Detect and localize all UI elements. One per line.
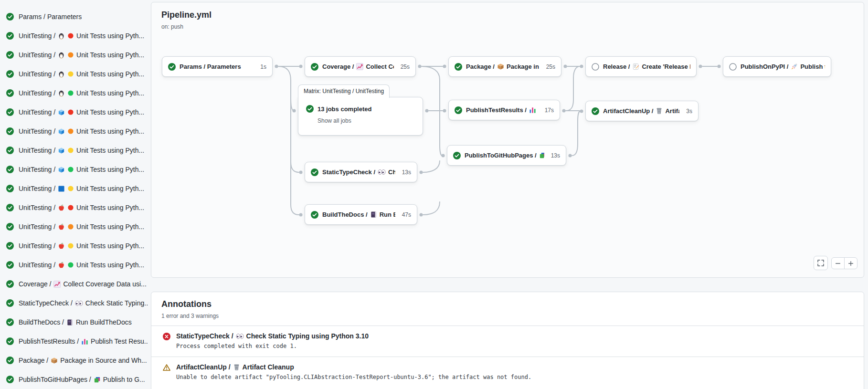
annotation-body: StaticTypeCheck /Check Static Typing usi… xyxy=(176,332,369,349)
label-text: Unit Tests using Pyth... xyxy=(76,127,144,135)
annotation-message: Process completed with exit code 1. xyxy=(176,343,369,349)
label-text: Collect Cove... xyxy=(366,63,393,70)
sidebar-job-label: UnitTesting /Unit Tests using Pyth... xyxy=(19,89,144,97)
blue-cube-icon xyxy=(58,128,65,135)
label-text: StaticTypeCheck / xyxy=(176,332,233,340)
check-circle-icon xyxy=(6,32,14,40)
graph-node-publish-to-github-pages[interactable]: PublishToGitHubPages /...13s xyxy=(447,145,566,166)
check-circle-icon xyxy=(6,147,14,154)
zoom-in-button[interactable] xyxy=(844,257,857,269)
check-circle-icon xyxy=(592,107,599,115)
bar-chart-icon xyxy=(529,106,536,114)
check-circle-icon xyxy=(311,168,318,176)
sidebar-job-label: UnitTesting /Unit Tests using Pyth... xyxy=(19,108,144,116)
annotation-job-link[interactable]: ArtifactCleanUp /Artifact Cleanup xyxy=(176,363,531,371)
graph-node-coverage[interactable]: Coverage /Collect Cove...25s xyxy=(305,56,416,77)
label-text: Unit Tests using Pyth... xyxy=(76,223,144,231)
sidebar-job-item[interactable]: StaticTypeCheck /Check Static Typing... xyxy=(0,294,149,313)
sidebar-job-item[interactable]: UnitTesting /Unit Tests using Pyth... xyxy=(0,141,149,160)
label-text: PublishOnPyPI / xyxy=(741,63,788,70)
label-text: Package in So... xyxy=(507,63,540,70)
sidebar-job-item[interactable]: UnitTesting /Unit Tests using Pyth... xyxy=(0,26,149,45)
red-dot-icon xyxy=(67,32,74,39)
sidebar-job-item[interactable]: UnitTesting /Unit Tests using Pyth... xyxy=(0,122,149,141)
green-dot-icon xyxy=(67,90,74,96)
sidebar-job-item[interactable]: Package /Package in Source and Wh... xyxy=(0,351,149,370)
sidebar-job-label: UnitTesting /Unit Tests using Pyth... xyxy=(19,166,144,173)
skipped-circle-icon xyxy=(729,63,737,71)
sidebar-job-label: UnitTesting /Unit Tests using Pyth... xyxy=(19,185,144,192)
graph-node-package[interactable]: Package /Package in So...25s xyxy=(448,56,561,77)
annotation-row: StaticTypeCheck /Check Static Typing usi… xyxy=(151,326,864,357)
graph-node-publish-on-pypi[interactable]: PublishOnPyPI /Publish to ... xyxy=(723,56,831,77)
graph-node-build-the-docs[interactable]: BuildTheDocs /Run Buil...47s xyxy=(305,204,417,225)
check-circle-icon xyxy=(6,376,14,383)
node-duration: 1s xyxy=(257,63,266,70)
check-circle-icon xyxy=(311,63,318,71)
sidebar-job-item[interactable]: UnitTesting /Unit Tests using Pyth... xyxy=(0,255,149,274)
sidebar-job-item[interactable]: UnitTesting /Unit Tests using Pyth... xyxy=(0,45,149,64)
check-circle-icon xyxy=(6,51,14,59)
sidebar-job-item[interactable]: PublishToGitHubPages /Publish to G... xyxy=(0,370,149,389)
sidebar-job-item[interactable]: UnitTesting /Unit Tests using Pyth... xyxy=(0,236,149,255)
sidebar-job-item[interactable]: UnitTesting /Unit Tests using Pyth... xyxy=(0,64,149,84)
label-text: Unit Tests using Pyth... xyxy=(76,32,144,40)
check-circle-icon xyxy=(311,211,318,219)
annotation-job-link[interactable]: StaticTypeCheck /Check Static Typing usi… xyxy=(176,332,369,340)
node-duration: 13s xyxy=(548,152,560,159)
sidebar-job-item[interactable]: UnitTesting /Unit Tests using Pyth... xyxy=(0,217,149,236)
sidebar-job-item[interactable]: UnitTesting /Unit Tests using Pyth... xyxy=(0,84,149,103)
node-label: BuildTheDocs /Run Buil... xyxy=(322,211,395,218)
sidebar-job-label: UnitTesting /Unit Tests using Pyth... xyxy=(19,223,144,231)
penguin-icon xyxy=(58,52,65,59)
sidebar-job-item[interactable]: UnitTesting /Unit Tests using Pyth... xyxy=(0,198,149,217)
sidebar-job-label: UnitTesting /Unit Tests using Pyth... xyxy=(19,70,144,78)
label-text: Unit Tests using Pyth... xyxy=(76,242,144,250)
package-icon xyxy=(51,357,58,364)
fullscreen-button[interactable] xyxy=(814,256,828,270)
sidebar-job-item[interactable]: PublishTestResults /Publish Test Resu... xyxy=(0,332,149,351)
check-circle-icon xyxy=(168,63,176,71)
graph-edges xyxy=(151,2,865,278)
label-text: Chec... xyxy=(388,168,395,176)
notebook-icon xyxy=(370,211,377,218)
windows-icon xyxy=(58,185,65,192)
label-text: Coverage / xyxy=(19,280,51,288)
sidebar-job-label: UnitTesting /Unit Tests using Pyth... xyxy=(19,242,144,250)
sidebar-job-item[interactable]: BuildTheDocs /Run BuildTheDocs xyxy=(0,313,149,332)
sidebar-job-label: Coverage /Collect Coverage Data usi... xyxy=(19,280,147,288)
sidebar-job-item[interactable]: Params / Parameters xyxy=(0,7,149,26)
sidebar-job-item[interactable]: Coverage /Collect Coverage Data usi... xyxy=(0,274,149,294)
sidebar-job-item[interactable]: UnitTesting /Unit Tests using Pyth... xyxy=(0,179,149,198)
graph-node-static-type-check[interactable]: StaticTypeCheck /Chec...13s xyxy=(305,162,417,182)
label-text: Run Buil... xyxy=(380,211,395,218)
sidebar-job-item[interactable]: UnitTesting /Unit Tests using Pyth... xyxy=(0,103,149,122)
label-text: Check Static Typing using Python 3.10 xyxy=(246,332,369,340)
zoom-out-button[interactable] xyxy=(831,257,845,269)
label-text: PublishTestResults / xyxy=(19,337,79,345)
graph-node-release[interactable]: Release /Create 'Release P... xyxy=(585,56,697,77)
sidebar-job-item[interactable]: UnitTesting /Unit Tests using Pyth... xyxy=(0,160,149,179)
annotations-title: Annotations xyxy=(161,299,854,309)
eyes-icon xyxy=(236,333,244,340)
penguin-icon xyxy=(58,90,65,97)
matrix-summary-text: 13 jobs completed xyxy=(318,105,371,113)
apple-icon xyxy=(58,262,65,269)
show-all-jobs-link[interactable]: Show all jobs xyxy=(318,117,351,124)
node-label: StaticTypeCheck /Chec... xyxy=(322,168,395,176)
check-circle-icon xyxy=(6,299,14,307)
zoom-controls xyxy=(831,257,857,269)
check-circle-icon xyxy=(455,106,462,114)
graph-node-params[interactable]: Params / Parameters1s xyxy=(162,56,273,77)
annotations-subtitle: 1 error and 3 warnings xyxy=(161,313,854,319)
label-text: UnitTesting / xyxy=(19,147,55,154)
label-text: Unit Tests using Pyth... xyxy=(76,89,144,97)
annotation-body: ArtifactCleanUp /Artifact CleanupUnable … xyxy=(176,363,531,380)
check-circle-icon xyxy=(6,357,14,364)
graph-node-artifact-cleanup[interactable]: ArtifactCleanUp /Artifac...3s xyxy=(585,101,699,121)
label-text: BuildTheDocs / xyxy=(322,211,368,218)
graph-node-publish-test-results[interactable]: PublishTestResults /Pu...17s xyxy=(448,100,560,120)
matrix-group[interactable]: 13 jobs completed Show all jobs xyxy=(298,97,423,136)
wastebasket-icon xyxy=(656,107,663,115)
minus-icon xyxy=(835,260,841,267)
